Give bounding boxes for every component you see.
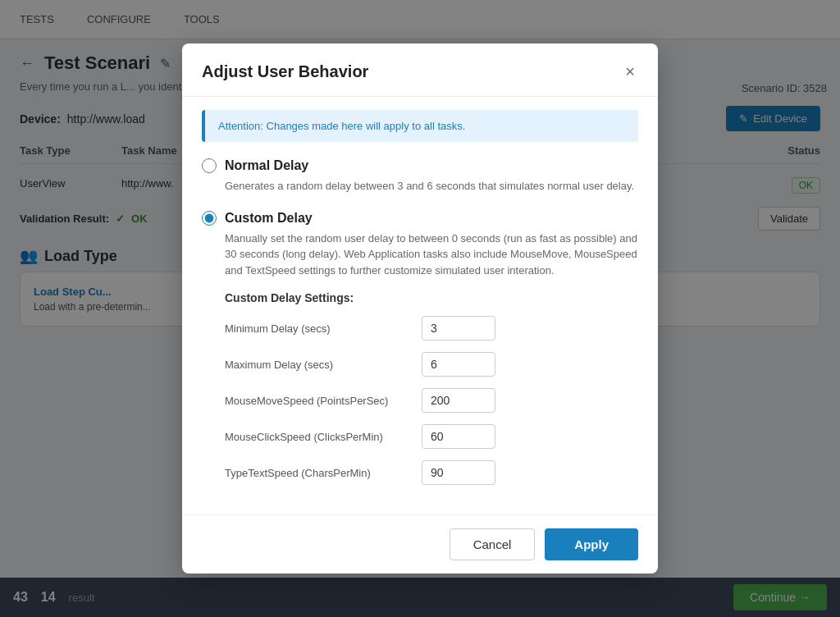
mouse-click-speed-row: MouseClickSpeed (ClicksPerMin): [225, 424, 638, 449]
custom-delay-option: Custom Delay Manually set the random use…: [202, 211, 638, 486]
cancel-button[interactable]: Cancel: [450, 528, 536, 560]
custom-delay-description: Manually set the random user delay to be…: [225, 231, 638, 279]
modal-close-button[interactable]: ×: [622, 60, 638, 83]
modal-body: Attention: Changes made here will apply …: [182, 97, 658, 514]
normal-delay-radio[interactable]: [202, 158, 217, 173]
max-delay-row: Maximum Delay (secs): [225, 352, 638, 377]
normal-delay-description: Generates a random delay between 3 and 6…: [225, 178, 638, 194]
apply-button[interactable]: Apply: [545, 528, 638, 560]
mouse-move-speed-input[interactable]: [422, 388, 495, 413]
mouse-click-speed-label: MouseClickSpeed (ClicksPerMin): [225, 431, 422, 443]
custom-delay-settings: Custom Delay Settings: Minimum Delay (se…: [225, 291, 638, 485]
mouse-move-speed-row: MouseMoveSpeed (PointsPerSec): [225, 388, 638, 413]
settings-title: Custom Delay Settings:: [225, 291, 638, 304]
normal-delay-option: Normal Delay Generates a random delay be…: [202, 158, 638, 194]
modal-title: Adjust User Behavior: [202, 62, 368, 81]
type-text-speed-row: TypeTextSpeed (CharsPerMin): [225, 460, 638, 485]
custom-delay-label-row: Custom Delay: [202, 211, 638, 226]
max-delay-label: Maximum Delay (secs): [225, 359, 422, 371]
type-text-speed-label: TypeTextSpeed (CharsPerMin): [225, 467, 422, 479]
max-delay-input[interactable]: [422, 352, 495, 377]
alert-banner: Attention: Changes made here will apply …: [202, 110, 638, 142]
normal-delay-label-row: Normal Delay: [202, 158, 638, 173]
custom-delay-radio[interactable]: [202, 211, 217, 226]
min-delay-input[interactable]: [422, 316, 495, 340]
alert-text: Attention: Changes made here will apply …: [218, 120, 465, 132]
custom-delay-title: Custom Delay: [225, 211, 313, 226]
adjust-user-behavior-modal: Adjust User Behavior × Attention: Change…: [182, 43, 658, 574]
modal-header: Adjust User Behavior ×: [182, 43, 658, 97]
mouse-click-speed-input[interactable]: [422, 424, 495, 449]
modal-footer: Cancel Apply: [182, 514, 658, 574]
type-text-speed-input[interactable]: [422, 460, 495, 485]
mouse-move-speed-label: MouseMoveSpeed (PointsPerSec): [225, 395, 422, 407]
min-delay-row: Minimum Delay (secs): [225, 316, 638, 340]
min-delay-label: Minimum Delay (secs): [225, 322, 422, 335]
normal-delay-title: Normal Delay: [225, 158, 308, 173]
